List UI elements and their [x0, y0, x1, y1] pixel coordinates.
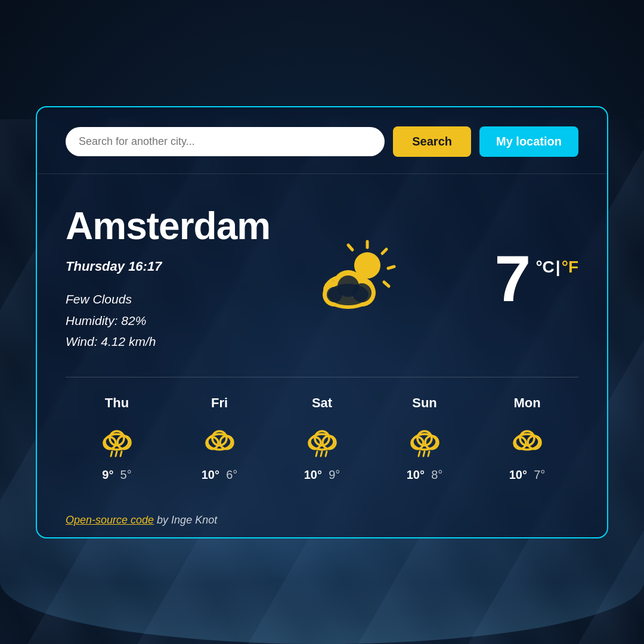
- svg-line-50: [423, 451, 425, 456]
- date-time: Thursday 16:17: [66, 259, 277, 274]
- forecast-day: Mon 10° 7°: [476, 395, 578, 482]
- forecast-hi: 10°: [202, 468, 219, 481]
- current-weather-icon-area: [277, 237, 428, 320]
- forecast-hi: 10°: [509, 468, 527, 481]
- forecast-day: Sun 10° 8°: [373, 395, 476, 482]
- svg-point-48: [414, 436, 435, 448]
- weather-description: Few Clouds Humidity: 82% Wind: 4.12 km/h: [66, 289, 277, 352]
- svg-line-4: [348, 245, 352, 250]
- forecast-hi: 9°: [102, 468, 113, 481]
- forecast-section: Thu 9° 5° Fri: [37, 377, 607, 503]
- forecast-temps: 10° 7°: [509, 468, 546, 482]
- svg-line-3: [384, 282, 389, 286]
- forecast-weather-icon: [98, 420, 136, 459]
- svg-line-41: [316, 451, 317, 456]
- forecast-day-label: Sun: [412, 395, 437, 411]
- forecast-day: Sat 10° 9°: [271, 395, 373, 482]
- forecast-day: Thu 9° 5°: [66, 395, 168, 482]
- wind-text: Wind: 4.12 km/h: [66, 335, 156, 348]
- unit-fahrenheit[interactable]: °F: [562, 258, 578, 277]
- svg-line-28: [111, 451, 112, 456]
- forecast-weather-icon: [405, 420, 444, 459]
- unit-celsius[interactable]: °C: [535, 258, 554, 277]
- forecast-weather-icon: [200, 420, 239, 459]
- current-weather-section: Amsterdam Thursday 16:17 Few Clouds Humi…: [37, 174, 607, 377]
- svg-line-30: [120, 451, 122, 456]
- forecast-temps: 10° 9°: [304, 468, 340, 482]
- forecast-day: Fri 10° 6°: [168, 395, 271, 482]
- svg-point-40: [312, 436, 332, 448]
- temperature-value: 7: [494, 246, 531, 311]
- svg-line-2: [388, 267, 394, 268]
- temperature-display: 7 °C | °F: [494, 246, 578, 311]
- forecast-weather-icon: [303, 420, 341, 459]
- svg-line-43: [326, 451, 327, 456]
- condition-text: Few Clouds: [66, 292, 132, 306]
- forecast-day-label: Mon: [513, 395, 540, 411]
- forecast-temps: 9° 5°: [102, 468, 131, 482]
- current-right: 7 °C | °F: [428, 246, 578, 311]
- search-input[interactable]: [66, 127, 385, 156]
- forecast-day-label: Sat: [312, 395, 332, 411]
- footer-by: by Inge Knot: [154, 514, 217, 526]
- forecast-hi: 10°: [304, 468, 322, 481]
- my-location-button[interactable]: My location: [479, 126, 578, 157]
- search-input-wrap: [66, 127, 385, 156]
- weather-card: Search My location Amsterdam Thursday 16…: [36, 106, 608, 538]
- svg-point-56: [517, 436, 537, 448]
- forecast-lo: 6°: [226, 468, 237, 481]
- forecast-hi: 10°: [407, 468, 425, 481]
- forecast-day-label: Fri: [211, 395, 228, 411]
- svg-point-35: [209, 436, 230, 448]
- temperature-units: °C | °F: [535, 246, 578, 277]
- svg-point-21: [338, 275, 359, 297]
- forecast-day-label: Thu: [105, 395, 129, 411]
- forecast-temps: 10° 6°: [202, 468, 238, 482]
- svg-point-22: [355, 255, 379, 278]
- forecast-lo: 9°: [329, 468, 340, 481]
- city-name: Amsterdam: [66, 204, 277, 248]
- current-left: Amsterdam Thursday 16:17 Few Clouds Humi…: [66, 204, 277, 352]
- svg-line-29: [116, 451, 117, 456]
- svg-line-1: [382, 249, 386, 253]
- forecast-weather-icon: [508, 420, 546, 459]
- forecast-lo: 5°: [120, 468, 132, 481]
- footer: Open-source code by Inge Knot: [37, 503, 607, 537]
- svg-line-51: [428, 451, 429, 456]
- svg-line-49: [419, 451, 420, 456]
- svg-point-27: [107, 436, 127, 448]
- svg-line-42: [321, 451, 322, 456]
- weather-icon-large: [308, 237, 397, 320]
- search-button[interactable]: Search: [393, 126, 471, 157]
- search-section: Search My location: [37, 107, 607, 174]
- open-source-link[interactable]: Open-source code: [66, 514, 154, 526]
- forecast-lo: 7°: [534, 468, 545, 481]
- forecast-temps: 10° 8°: [407, 468, 443, 482]
- unit-separator: |: [556, 258, 561, 277]
- humidity-text: Humidity: 82%: [66, 314, 146, 327]
- forecast-lo: 8°: [431, 468, 442, 481]
